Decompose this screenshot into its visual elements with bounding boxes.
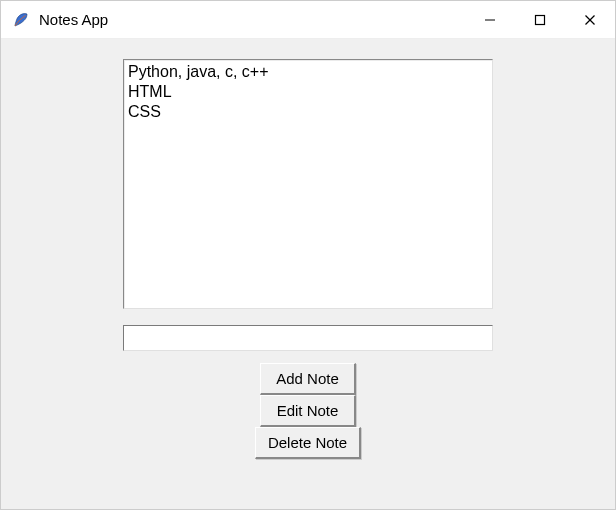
client-area: Python, java, c, c++ HTML CSS Add Note E… bbox=[1, 39, 615, 509]
button-stack: Add Note Edit Note Delete Note bbox=[255, 363, 361, 459]
window-controls bbox=[465, 1, 615, 38]
delete-note-button[interactable]: Delete Note bbox=[255, 427, 361, 459]
list-item[interactable]: CSS bbox=[128, 102, 488, 122]
window-title: Notes App bbox=[39, 11, 465, 28]
svg-rect-1 bbox=[536, 15, 545, 24]
add-note-button[interactable]: Add Note bbox=[260, 363, 356, 395]
edit-note-button[interactable]: Edit Note bbox=[260, 395, 356, 427]
note-input[interactable] bbox=[123, 325, 493, 351]
close-button[interactable] bbox=[565, 1, 615, 38]
feather-icon bbox=[11, 10, 31, 30]
list-item[interactable]: HTML bbox=[128, 82, 488, 102]
entry-wrap bbox=[123, 325, 493, 351]
list-item[interactable]: Python, java, c, c++ bbox=[128, 62, 488, 82]
app-window: Notes App Python, java, c, c++ HTML CSS … bbox=[0, 0, 616, 510]
titlebar: Notes App bbox=[1, 1, 615, 39]
maximize-button[interactable] bbox=[515, 1, 565, 38]
minimize-button[interactable] bbox=[465, 1, 515, 38]
notes-listbox[interactable]: Python, java, c, c++ HTML CSS bbox=[123, 59, 493, 309]
